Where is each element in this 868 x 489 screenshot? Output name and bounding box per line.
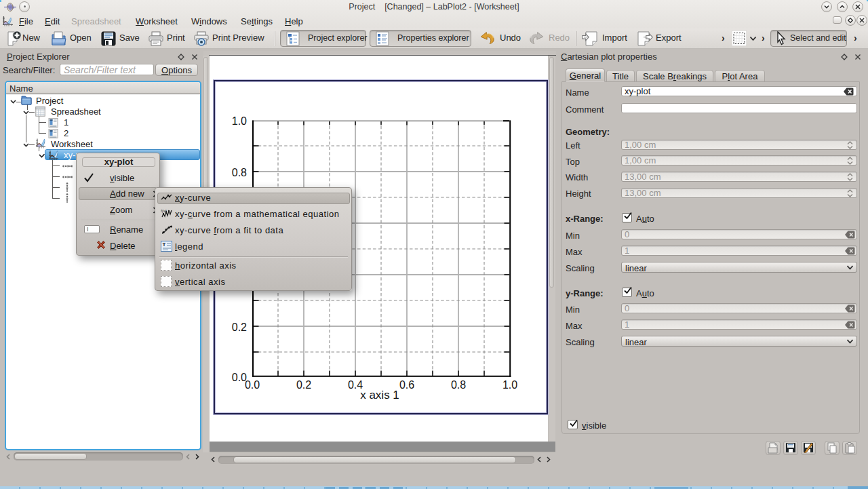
svg-text:T: T — [163, 241, 166, 248]
